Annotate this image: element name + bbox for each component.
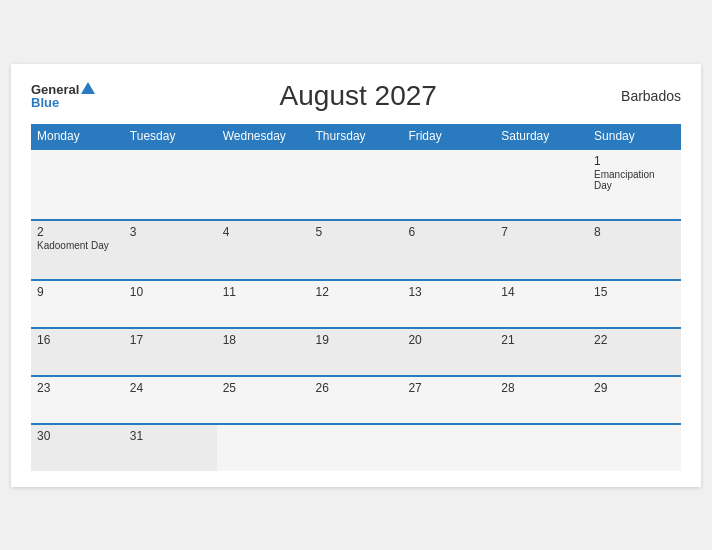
calendar-week-row: 3031 (31, 424, 681, 471)
day-number: 29 (594, 381, 675, 395)
calendar-table: Monday Tuesday Wednesday Thursday Friday… (31, 124, 681, 471)
day-number: 16 (37, 333, 118, 347)
event-label: Kadooment Day (37, 240, 118, 251)
day-number: 28 (501, 381, 582, 395)
calendar-cell: 27 (402, 376, 495, 424)
day-number: 14 (501, 285, 582, 299)
calendar-cell: 31 (124, 424, 217, 471)
day-number: 13 (408, 285, 489, 299)
calendar-cell: 5 (310, 220, 403, 280)
calendar-cell (124, 149, 217, 220)
calendar-week-row: 2Kadooment Day345678 (31, 220, 681, 280)
day-number: 22 (594, 333, 675, 347)
calendar-cell (402, 149, 495, 220)
day-number: 31 (130, 429, 211, 443)
month-title: August 2027 (280, 80, 437, 112)
day-number: 9 (37, 285, 118, 299)
logo: General Blue (31, 83, 95, 109)
calendar-cell: 15 (588, 280, 681, 328)
calendar-cell: 16 (31, 328, 124, 376)
day-number: 24 (130, 381, 211, 395)
calendar-cell: 4 (217, 220, 310, 280)
calendar-cell: 28 (495, 376, 588, 424)
calendar-cell: 17 (124, 328, 217, 376)
logo-blue-text: Blue (31, 96, 59, 109)
calendar-cell: 6 (402, 220, 495, 280)
calendar-cell: 20 (402, 328, 495, 376)
calendar-cell: 3 (124, 220, 217, 280)
day-number: 19 (316, 333, 397, 347)
calendar-cell: 26 (310, 376, 403, 424)
header-friday: Friday (402, 124, 495, 149)
calendar-week-row: 9101112131415 (31, 280, 681, 328)
calendar-cell: 14 (495, 280, 588, 328)
day-number: 18 (223, 333, 304, 347)
day-number: 11 (223, 285, 304, 299)
header-sunday: Sunday (588, 124, 681, 149)
event-label: Emancipation Day (594, 169, 675, 191)
header-wednesday: Wednesday (217, 124, 310, 149)
header-monday: Monday (31, 124, 124, 149)
calendar-cell: 13 (402, 280, 495, 328)
day-number: 30 (37, 429, 118, 443)
calendar-cell (217, 149, 310, 220)
calendar-cell: 30 (31, 424, 124, 471)
calendar-cell (495, 424, 588, 471)
calendar-cell: 19 (310, 328, 403, 376)
calendar-week-row: 1Emancipation Day (31, 149, 681, 220)
header-tuesday: Tuesday (124, 124, 217, 149)
logo-triangle-icon (81, 82, 95, 94)
calendar-cell: 7 (495, 220, 588, 280)
calendar-cell: 11 (217, 280, 310, 328)
calendar-cell (310, 149, 403, 220)
calendar-cell (495, 149, 588, 220)
day-number: 2 (37, 225, 118, 239)
country-label: Barbados (621, 88, 681, 104)
calendar-cell: 18 (217, 328, 310, 376)
weekday-header-row: Monday Tuesday Wednesday Thursday Friday… (31, 124, 681, 149)
calendar-cell: 25 (217, 376, 310, 424)
header-saturday: Saturday (495, 124, 588, 149)
calendar-cell (310, 424, 403, 471)
calendar-cell: 8 (588, 220, 681, 280)
day-number: 21 (501, 333, 582, 347)
logo-general-text: General (31, 83, 79, 96)
day-number: 8 (594, 225, 675, 239)
day-number: 6 (408, 225, 489, 239)
calendar-cell (217, 424, 310, 471)
calendar-cell: 29 (588, 376, 681, 424)
day-number: 20 (408, 333, 489, 347)
day-number: 5 (316, 225, 397, 239)
day-number: 25 (223, 381, 304, 395)
calendar-cell: 24 (124, 376, 217, 424)
day-number: 4 (223, 225, 304, 239)
calendar-week-row: 16171819202122 (31, 328, 681, 376)
calendar-header: General Blue August 2027 Barbados (31, 80, 681, 112)
calendar-cell (31, 149, 124, 220)
day-number: 1 (594, 154, 675, 168)
day-number: 26 (316, 381, 397, 395)
day-number: 12 (316, 285, 397, 299)
calendar-cell: 12 (310, 280, 403, 328)
calendar-cell (588, 424, 681, 471)
header-thursday: Thursday (310, 124, 403, 149)
calendar-cell: 2Kadooment Day (31, 220, 124, 280)
calendar-cell (402, 424, 495, 471)
calendar-cell: 22 (588, 328, 681, 376)
calendar-cell: 10 (124, 280, 217, 328)
day-number: 27 (408, 381, 489, 395)
day-number: 23 (37, 381, 118, 395)
day-number: 15 (594, 285, 675, 299)
day-number: 7 (501, 225, 582, 239)
calendar: General Blue August 2027 Barbados Monday… (11, 64, 701, 487)
calendar-cell: 23 (31, 376, 124, 424)
calendar-week-row: 23242526272829 (31, 376, 681, 424)
calendar-cell: 21 (495, 328, 588, 376)
day-number: 10 (130, 285, 211, 299)
day-number: 17 (130, 333, 211, 347)
day-number: 3 (130, 225, 211, 239)
calendar-cell: 9 (31, 280, 124, 328)
calendar-cell: 1Emancipation Day (588, 149, 681, 220)
